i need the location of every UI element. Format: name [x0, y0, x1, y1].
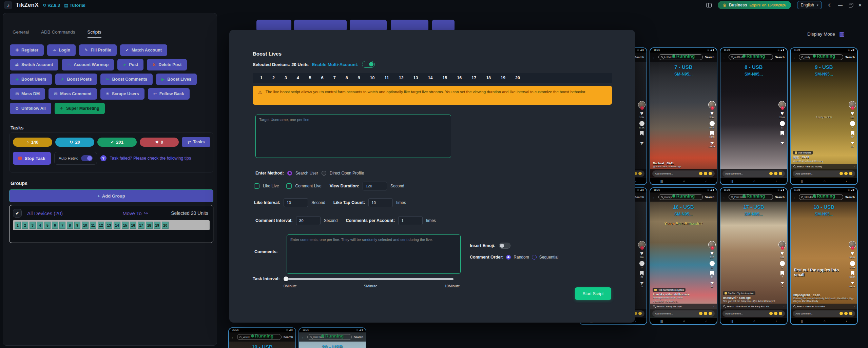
script-button-post[interactable]: ➤Post [117, 59, 143, 70]
bookmark-action[interactable]: 49 [710, 271, 714, 278]
modal-device-number[interactable]: 4 [297, 76, 299, 80]
comment-bubble-action[interactable]: ⋯5 [639, 261, 644, 269]
device-chip[interactable]: 16 [130, 222, 137, 229]
comment-bubble-action[interactable]: ⋯2 [780, 261, 785, 269]
follow-plus-icon[interactable]: + [640, 106, 644, 110]
script-button-boost-comments[interactable]: ✉Boost Comments [100, 74, 153, 85]
modal-device-number[interactable]: 7 [333, 76, 336, 80]
follow-plus-icon[interactable]: + [851, 106, 854, 110]
avatar[interactable]: + [778, 101, 786, 108]
comment-bubble-action[interactable]: ⋯60 [710, 261, 715, 269]
insert-emoji-toggle[interactable] [499, 243, 510, 249]
search-button[interactable]: Search [635, 196, 644, 199]
auto-retry-toggle[interactable] [81, 155, 93, 161]
device-chip[interactable]: 14 [114, 222, 120, 229]
add-comment-input[interactable]: Add comment... [652, 170, 715, 177]
recents-icon[interactable]: ||| [731, 320, 733, 323]
version-box[interactable]: ↻ v2.8.3 [43, 3, 60, 8]
heart-action[interactable]: ♥3.2M [639, 111, 644, 119]
emoji-icon[interactable] [779, 312, 782, 315]
home-icon[interactable]: ○ [824, 320, 825, 323]
comments-per-account-input[interactable] [398, 216, 423, 225]
emoji-icon[interactable] [840, 312, 843, 315]
share-action[interactable]: ➤68.4K [850, 281, 855, 288]
heart-action[interactable]: ♥96.6K [850, 251, 855, 259]
device-chip[interactable]: 6 [52, 222, 58, 229]
bookmark-action[interactable] [780, 131, 784, 138]
slider-thumb[interactable] [284, 277, 288, 281]
back-icon[interactable]: ‹ [776, 180, 777, 183]
add-comment-input[interactable]: Add comment... [652, 310, 715, 317]
random-option[interactable]: Random [514, 255, 529, 260]
share-action[interactable]: ➤15 [640, 281, 644, 288]
recents-icon[interactable]: ||| [731, 180, 733, 183]
script-button-boost-posts[interactable]: ★Boost Posts [55, 74, 97, 85]
sequential-radio[interactable] [532, 255, 537, 260]
device-screen-19[interactable]: 23:26∞ ◢ ▮←velvetSearchRunning19 - USBSM… [228, 327, 296, 348]
emoji-icon[interactable] [704, 172, 707, 175]
script-button-boost-users[interactable]: ✚Boost Users [10, 74, 52, 85]
device-chip[interactable]: 3 [30, 222, 36, 229]
share-action[interactable]: ➤15 [851, 141, 854, 148]
search-user-radio[interactable] [287, 171, 292, 176]
back-icon[interactable]: ‹ [706, 320, 707, 323]
back-icon[interactable]: ‹ [706, 180, 707, 183]
recents-icon[interactable]: ||| [660, 180, 663, 183]
device-chip[interactable]: 13 [105, 222, 112, 229]
script-button-unfollow-all[interactable]: ⊘Unfollow All [10, 103, 51, 114]
modal-device-number[interactable]: 20 [515, 76, 520, 80]
direct-open-profile-option[interactable]: Direct Open Profile [330, 171, 364, 176]
modal-device-number[interactable]: 10 [370, 76, 375, 80]
modal-device-number[interactable]: 12 [399, 76, 404, 80]
script-button-register[interactable]: ✚Register [10, 44, 44, 56]
device-screen-18[interactable]: 11:26∞ ◢ ▮←blender foSearchRunning18 - U… [790, 187, 858, 325]
device-screen-7[interactable]: 11:26∞ ◢ ▮←Let Me AsSearchRunning7 - USB… [650, 47, 717, 185]
recents-icon[interactable]: ||| [801, 320, 803, 323]
start-script-button[interactable]: Start Script [575, 287, 611, 300]
modal-device-number[interactable]: 17 [471, 76, 476, 80]
random-radio[interactable] [506, 255, 511, 260]
modal-device-number[interactable]: 8 [346, 76, 348, 80]
tab-scripts[interactable]: Scripts [88, 29, 101, 38]
avatar[interactable]: + [849, 241, 856, 248]
toolbar-button-stub[interactable] [350, 20, 387, 31]
toolbar-button-stub[interactable] [432, 20, 455, 31]
modal-device-number[interactable]: 18 [486, 76, 491, 80]
emoji-icon[interactable] [699, 172, 702, 175]
script-button-delete-post[interactable]: ✖Delete Post [147, 59, 187, 70]
tab-adb-commands[interactable]: ADB Commands [41, 29, 75, 38]
add-comment-input[interactable]: Add comment... [793, 310, 855, 317]
group-name[interactable]: All Devices (20) [27, 210, 63, 216]
script-button-mass-comment[interactable]: ✉Mass Comment [49, 88, 97, 100]
comment-interval-input[interactable] [296, 216, 321, 225]
task-interval-slider[interactable] [284, 278, 454, 280]
modal-device-number[interactable]: 15 [442, 76, 447, 80]
script-button-super-marketing[interactable]: ✈Super Marketing [55, 103, 105, 114]
task-failed-link[interactable]: Task failed? Please check the following … [110, 156, 191, 161]
heart-action[interactable]: ♥280 [640, 251, 644, 259]
modal-device-number[interactable]: 9 [358, 76, 360, 80]
heart-action[interactable]: ♥260 [851, 111, 854, 119]
follow-plus-icon[interactable]: + [851, 246, 854, 250]
emoji-icon[interactable] [844, 312, 848, 315]
modal-device-number[interactable]: 3 [285, 76, 287, 80]
minimize-button[interactable]: — [838, 3, 843, 7]
script-button-mass-dm[interactable]: ✉Mass DM [10, 88, 45, 100]
direct-open-profile-radio[interactable] [322, 171, 326, 176]
panel-toggle-icon[interactable] [706, 3, 712, 7]
add-group-button[interactable]: + Add Group [9, 189, 213, 202]
share-action[interactable]: ➤3 [780, 281, 784, 288]
emoji-icon[interactable] [844, 172, 848, 175]
comment-bubble-action[interactable]: ⋯13.1K [639, 121, 645, 129]
script-button-match-account[interactable]: ✔Match Account [120, 44, 167, 56]
toolbar-button-stub[interactable] [391, 20, 428, 31]
template-chip[interactable]: CapCut · Try this template [723, 291, 755, 295]
modal-device-number[interactable]: 11 [384, 76, 389, 80]
stop-task-button[interactable]: Stop Task [13, 152, 51, 165]
emoji-icon[interactable] [774, 172, 777, 175]
modal-device-number[interactable]: 1 [260, 76, 263, 80]
add-comment-input[interactable]: Add comment... [722, 310, 785, 317]
emoji-icon[interactable] [638, 312, 642, 315]
device-screen-8[interactable]: 11:26∞ ◢ ▮←outfit of tSearchRunning8 - U… [720, 47, 788, 185]
template-chip[interactable]: Use template [793, 151, 813, 155]
